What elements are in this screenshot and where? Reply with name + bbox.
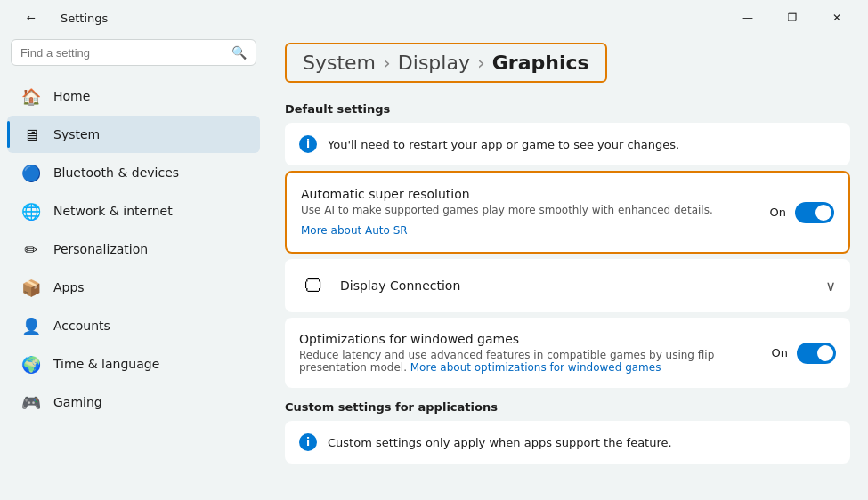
display-connection-icon: 🖵 [299, 271, 328, 300]
gaming-icon: 🎮 [21, 392, 41, 412]
app-body: 🔍 🏠 Home 🖥 System 🔵 Bluetooth & devices … [0, 32, 868, 500]
personalization-icon: ✏️ [21, 239, 41, 259]
sidebar-item-label-gaming: Gaming [53, 395, 102, 409]
sidebar-item-label-personalization: Personalization [53, 242, 148, 256]
wg-link[interactable]: More about optimizations for windowed ga… [410, 361, 661, 374]
section-custom-title: Custom settings for applications [285, 400, 850, 414]
sidebar-item-home[interactable]: 🏠 Home [7, 77, 260, 115]
asr-desc: Use AI to make supported games play more… [301, 204, 770, 216]
bluetooth-icon: 🔵 [21, 163, 41, 182]
close-button[interactable]: ✕ [816, 4, 857, 31]
sidebar-item-label-bluetooth: Bluetooth & devices [53, 165, 179, 180]
network-icon: 🌐 [21, 201, 41, 221]
asr-link[interactable]: More about Auto SR [301, 224, 408, 237]
title-bar: ← Settings — ❐ ✕ [0, 0, 868, 32]
wg-title: Optimizations for windowed games [299, 332, 772, 346]
sidebar-item-label-accounts: Accounts [53, 319, 110, 333]
sidebar-item-gaming[interactable]: 🎮 Gaming [7, 383, 260, 421]
sidebar-item-label-time: Time & language [53, 357, 159, 371]
custom-info-icon: i [299, 433, 317, 451]
display-connection-title: Display Connection [340, 278, 813, 293]
asr-info: Automatic super resolution Use AI to mak… [301, 187, 770, 238]
restart-info-card: i You'll need to restart your app or gam… [285, 123, 850, 165]
sidebar-item-accounts[interactable]: 👤 Accounts [7, 307, 260, 344]
back-button[interactable]: ← [11, 4, 52, 31]
sidebar-item-system[interactable]: 🖥 System [7, 116, 260, 153]
asr-toggle-label: On [770, 206, 786, 219]
maximize-button[interactable]: ❐ [772, 4, 813, 31]
sidebar-item-label-network: Network & internet [53, 204, 173, 218]
restart-info-text: You'll need to restart your app or game … [328, 138, 679, 151]
section-default-title: Default settings [285, 102, 850, 116]
wg-toggle-group: On [772, 343, 836, 364]
apps-icon: 📦 [21, 278, 41, 297]
asr-toggle[interactable] [795, 202, 834, 223]
wg-info: Optimizations for windowed games Reduce … [299, 332, 772, 374]
app-title: Settings [61, 12, 108, 25]
breadcrumb-sep-1: › [383, 52, 391, 74]
accounts-icon: 👤 [21, 316, 41, 335]
wg-desc: Reduce latency and use advanced features… [299, 349, 772, 374]
auto-sr-card: Automatic super resolution Use AI to mak… [285, 171, 850, 254]
sidebar-item-time[interactable]: 🌍 Time & language [7, 345, 260, 383]
sidebar-item-personalization[interactable]: ✏️ Personalization [7, 230, 260, 268]
nav-list: 🏠 Home 🖥 System 🔵 Bluetooth & devices 🌐 … [0, 77, 267, 422]
custom-info-card: i Custom settings only apply when apps s… [285, 421, 850, 464]
system-icon: 🖥 [21, 125, 41, 144]
breadcrumb-sep-2: › [477, 52, 485, 74]
time-icon: 🌍 [21, 354, 41, 374]
chevron-down-icon: ∨ [825, 278, 836, 294]
search-input[interactable] [20, 46, 224, 60]
breadcrumb-current: Graphics [492, 52, 589, 74]
sidebar-item-network[interactable]: 🌐 Network & internet [7, 192, 260, 230]
sidebar-item-apps[interactable]: 📦 Apps [7, 269, 260, 306]
sidebar-item-label-apps: Apps [53, 280, 85, 294]
breadcrumb-part-1: System [303, 52, 376, 74]
breadcrumb: System › Display › Graphics [285, 43, 607, 83]
display-connection-header[interactable]: 🖵 Display Connection ∨ [285, 259, 850, 312]
minimize-button[interactable]: — [727, 4, 768, 31]
title-bar-left: ← Settings [11, 4, 108, 31]
display-connection-card[interactable]: 🖵 Display Connection ∨ [285, 259, 850, 312]
window-controls: — ❐ ✕ [727, 4, 857, 31]
home-icon: 🏠 [21, 86, 41, 106]
custom-info-text: Custom settings only apply when apps sup… [328, 436, 672, 449]
sidebar-item-label-system: System [53, 127, 100, 141]
search-box[interactable]: 🔍 [11, 39, 256, 66]
wg-toggle[interactable] [797, 343, 836, 364]
asr-title: Automatic super resolution [301, 187, 770, 201]
content-area: System › Display › Graphics Default sett… [267, 32, 868, 500]
asr-toggle-group: On [770, 202, 834, 223]
wg-toggle-label: On [772, 346, 788, 359]
windowed-games-card: Optimizations for windowed games Reduce … [285, 318, 850, 388]
wg-toggle-knob [817, 345, 833, 361]
sidebar-item-bluetooth[interactable]: 🔵 Bluetooth & devices [7, 154, 260, 191]
sidebar-item-label-home: Home [53, 89, 90, 103]
search-icon: 🔍 [231, 45, 247, 60]
sidebar: 🔍 🏠 Home 🖥 System 🔵 Bluetooth & devices … [0, 32, 267, 500]
info-icon: i [299, 135, 317, 153]
asr-toggle-knob [815, 205, 831, 221]
breadcrumb-part-2: Display [398, 52, 470, 74]
